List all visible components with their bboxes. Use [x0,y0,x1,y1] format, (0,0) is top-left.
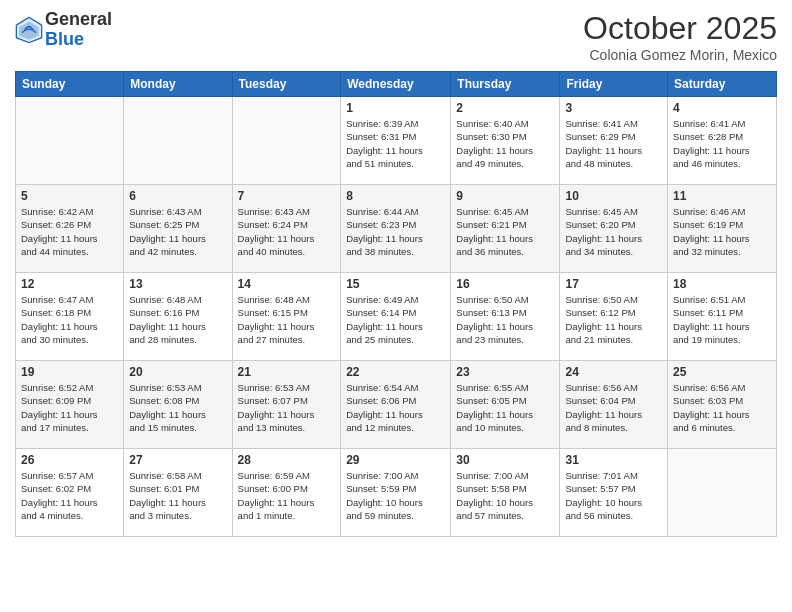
day-number: 8 [346,189,445,203]
day-info: Sunrise: 6:52 AM Sunset: 6:09 PM Dayligh… [21,381,118,434]
table-row: 4Sunrise: 6:41 AM Sunset: 6:28 PM Daylig… [668,97,777,185]
day-number: 19 [21,365,118,379]
day-number: 17 [565,277,662,291]
table-row: 28Sunrise: 6:59 AM Sunset: 6:00 PM Dayli… [232,449,341,537]
day-number: 2 [456,101,554,115]
table-row: 14Sunrise: 6:48 AM Sunset: 6:15 PM Dayli… [232,273,341,361]
logo: General Blue [15,10,112,50]
page: General Blue October 2025 Colonia Gomez … [0,0,792,612]
col-sunday: Sunday [16,72,124,97]
table-row: 7Sunrise: 6:43 AM Sunset: 6:24 PM Daylig… [232,185,341,273]
day-number: 1 [346,101,445,115]
day-info: Sunrise: 6:59 AM Sunset: 6:00 PM Dayligh… [238,469,336,522]
day-number: 3 [565,101,662,115]
table-row: 27Sunrise: 6:58 AM Sunset: 6:01 PM Dayli… [124,449,232,537]
day-number: 20 [129,365,226,379]
table-row [668,449,777,537]
day-number: 24 [565,365,662,379]
day-number: 11 [673,189,771,203]
day-info: Sunrise: 6:50 AM Sunset: 6:13 PM Dayligh… [456,293,554,346]
table-row: 12Sunrise: 6:47 AM Sunset: 6:18 PM Dayli… [16,273,124,361]
day-info: Sunrise: 6:53 AM Sunset: 6:08 PM Dayligh… [129,381,226,434]
col-saturday: Saturday [668,72,777,97]
table-row: 26Sunrise: 6:57 AM Sunset: 6:02 PM Dayli… [16,449,124,537]
day-number: 4 [673,101,771,115]
day-info: Sunrise: 6:51 AM Sunset: 6:11 PM Dayligh… [673,293,771,346]
table-row [124,97,232,185]
col-friday: Friday [560,72,668,97]
table-row: 24Sunrise: 6:56 AM Sunset: 6:04 PM Dayli… [560,361,668,449]
day-number: 14 [238,277,336,291]
day-info: Sunrise: 6:53 AM Sunset: 6:07 PM Dayligh… [238,381,336,434]
table-row: 25Sunrise: 6:56 AM Sunset: 6:03 PM Dayli… [668,361,777,449]
day-number: 30 [456,453,554,467]
day-info: Sunrise: 6:39 AM Sunset: 6:31 PM Dayligh… [346,117,445,170]
day-number: 27 [129,453,226,467]
col-tuesday: Tuesday [232,72,341,97]
day-number: 18 [673,277,771,291]
day-info: Sunrise: 6:42 AM Sunset: 6:26 PM Dayligh… [21,205,118,258]
table-row: 10Sunrise: 6:45 AM Sunset: 6:20 PM Dayli… [560,185,668,273]
day-info: Sunrise: 6:41 AM Sunset: 6:28 PM Dayligh… [673,117,771,170]
day-info: Sunrise: 6:48 AM Sunset: 6:16 PM Dayligh… [129,293,226,346]
day-info: Sunrise: 6:55 AM Sunset: 6:05 PM Dayligh… [456,381,554,434]
table-row: 21Sunrise: 6:53 AM Sunset: 6:07 PM Dayli… [232,361,341,449]
table-row: 2Sunrise: 6:40 AM Sunset: 6:30 PM Daylig… [451,97,560,185]
day-info: Sunrise: 6:49 AM Sunset: 6:14 PM Dayligh… [346,293,445,346]
calendar-table: Sunday Monday Tuesday Wednesday Thursday… [15,71,777,537]
day-number: 6 [129,189,226,203]
calendar-week-3: 12Sunrise: 6:47 AM Sunset: 6:18 PM Dayli… [16,273,777,361]
table-row: 16Sunrise: 6:50 AM Sunset: 6:13 PM Dayli… [451,273,560,361]
day-info: Sunrise: 6:44 AM Sunset: 6:23 PM Dayligh… [346,205,445,258]
day-info: Sunrise: 6:56 AM Sunset: 6:03 PM Dayligh… [673,381,771,434]
calendar-week-4: 19Sunrise: 6:52 AM Sunset: 6:09 PM Dayli… [16,361,777,449]
day-info: Sunrise: 6:50 AM Sunset: 6:12 PM Dayligh… [565,293,662,346]
table-row: 20Sunrise: 6:53 AM Sunset: 6:08 PM Dayli… [124,361,232,449]
table-row: 22Sunrise: 6:54 AM Sunset: 6:06 PM Dayli… [341,361,451,449]
table-row: 31Sunrise: 7:01 AM Sunset: 5:57 PM Dayli… [560,449,668,537]
logo-blue: Blue [45,29,84,49]
table-row: 30Sunrise: 7:00 AM Sunset: 5:58 PM Dayli… [451,449,560,537]
day-info: Sunrise: 7:00 AM Sunset: 5:58 PM Dayligh… [456,469,554,522]
day-number: 29 [346,453,445,467]
header: General Blue October 2025 Colonia Gomez … [15,10,777,63]
day-number: 23 [456,365,554,379]
day-number: 26 [21,453,118,467]
day-info: Sunrise: 7:01 AM Sunset: 5:57 PM Dayligh… [565,469,662,522]
calendar-header-row: Sunday Monday Tuesday Wednesday Thursday… [16,72,777,97]
col-wednesday: Wednesday [341,72,451,97]
table-row: 19Sunrise: 6:52 AM Sunset: 6:09 PM Dayli… [16,361,124,449]
day-number: 13 [129,277,226,291]
day-info: Sunrise: 6:46 AM Sunset: 6:19 PM Dayligh… [673,205,771,258]
table-row: 15Sunrise: 6:49 AM Sunset: 6:14 PM Dayli… [341,273,451,361]
table-row: 13Sunrise: 6:48 AM Sunset: 6:16 PM Dayli… [124,273,232,361]
day-number: 5 [21,189,118,203]
day-info: Sunrise: 6:43 AM Sunset: 6:25 PM Dayligh… [129,205,226,258]
day-number: 15 [346,277,445,291]
day-number: 21 [238,365,336,379]
table-row: 11Sunrise: 6:46 AM Sunset: 6:19 PM Dayli… [668,185,777,273]
table-row: 3Sunrise: 6:41 AM Sunset: 6:29 PM Daylig… [560,97,668,185]
day-number: 31 [565,453,662,467]
logo-text: General Blue [45,10,112,50]
logo-general: General [45,9,112,29]
col-monday: Monday [124,72,232,97]
day-info: Sunrise: 6:45 AM Sunset: 6:20 PM Dayligh… [565,205,662,258]
table-row: 1Sunrise: 6:39 AM Sunset: 6:31 PM Daylig… [341,97,451,185]
month-title: October 2025 [583,10,777,47]
day-info: Sunrise: 6:43 AM Sunset: 6:24 PM Dayligh… [238,205,336,258]
day-number: 7 [238,189,336,203]
table-row [232,97,341,185]
day-info: Sunrise: 6:56 AM Sunset: 6:04 PM Dayligh… [565,381,662,434]
day-info: Sunrise: 6:57 AM Sunset: 6:02 PM Dayligh… [21,469,118,522]
day-info: Sunrise: 6:54 AM Sunset: 6:06 PM Dayligh… [346,381,445,434]
table-row [16,97,124,185]
table-row: 29Sunrise: 7:00 AM Sunset: 5:59 PM Dayli… [341,449,451,537]
day-info: Sunrise: 6:45 AM Sunset: 6:21 PM Dayligh… [456,205,554,258]
day-number: 12 [21,277,118,291]
day-info: Sunrise: 6:41 AM Sunset: 6:29 PM Dayligh… [565,117,662,170]
calendar-week-1: 1Sunrise: 6:39 AM Sunset: 6:31 PM Daylig… [16,97,777,185]
col-thursday: Thursday [451,72,560,97]
day-number: 28 [238,453,336,467]
day-number: 22 [346,365,445,379]
